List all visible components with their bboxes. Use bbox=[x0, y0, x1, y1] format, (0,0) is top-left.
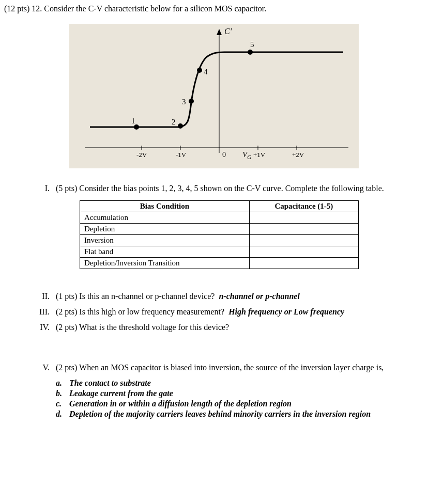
part-I-text: Consider the bias points 1, 2, 3, 4, 5 s… bbox=[79, 184, 384, 193]
option-d: d. Depletion of the majority carriers le… bbox=[56, 410, 424, 419]
part-IV-roman: IV. bbox=[35, 323, 50, 332]
part-V: V. (2 pts) When an MOS capacitor is bias… bbox=[35, 363, 403, 372]
xtick-label-0: 0 bbox=[222, 151, 226, 159]
part-IV-content: (2 pts) What is the threshold voltage fo… bbox=[56, 323, 403, 332]
part-IV: IV. (2 pts) What is the threshold voltag… bbox=[35, 323, 403, 332]
part-V-roman: V. bbox=[35, 363, 50, 372]
part-III-content: (2 pts) Is this high or low frequency me… bbox=[56, 307, 403, 317]
part-II-text: Is this an n-channel or p-channel device… bbox=[79, 292, 215, 301]
option-a-letter: a. bbox=[56, 379, 67, 388]
part-V-options: a. The contact to substrate b. Leakage c… bbox=[56, 379, 424, 419]
xtick-label-n2: -2V bbox=[136, 151, 147, 159]
point-4 bbox=[197, 68, 202, 73]
part-II-pts: (1 pts) bbox=[56, 292, 77, 301]
part-V-pts: (2 pts) bbox=[56, 363, 77, 372]
point-1-label: 1 bbox=[131, 117, 135, 125]
part-III: III. (2 pts) Is this high or low frequen… bbox=[35, 307, 403, 317]
point-5 bbox=[248, 50, 253, 55]
table-row: Flat band bbox=[80, 246, 359, 258]
option-c: c. Generation in or within a diffusion l… bbox=[56, 399, 424, 408]
question-points: (12 pts) 12. bbox=[4, 4, 42, 13]
part-II-roman: II. bbox=[35, 292, 50, 301]
part-III-text: Is this high or low frequency measuremen… bbox=[79, 307, 224, 316]
option-a: a. The contact to substrate bbox=[56, 379, 424, 388]
th-cap: Capacitance (1-5) bbox=[249, 201, 358, 212]
part-II-hint: n-channel or p-channel bbox=[219, 292, 299, 301]
xtick-label-p1: +1V bbox=[253, 151, 266, 159]
part-II-content: (1 pts) Is this an n-channel or p-channe… bbox=[56, 292, 403, 301]
option-b: b. Leakage current from the gate bbox=[56, 389, 424, 398]
point-2 bbox=[178, 123, 183, 129]
cell-transition: Depletion/Inversion Transition bbox=[80, 258, 250, 269]
option-d-letter: d. bbox=[56, 410, 67, 419]
part-III-hint: High frequency or Low frequency bbox=[228, 307, 344, 316]
bias-table: Bias Condition Capacitance (1-5) Accumul… bbox=[80, 200, 359, 269]
cell-depletion: Depletion bbox=[80, 224, 250, 235]
cell-flatband-val bbox=[249, 246, 358, 258]
chart-bg bbox=[69, 24, 359, 168]
cell-accumulation: Accumulation bbox=[80, 212, 250, 224]
part-V-content: (2 pts) When an MOS capacitor is biased … bbox=[56, 363, 403, 372]
point-3 bbox=[189, 99, 194, 104]
part-I-roman: I. bbox=[35, 184, 50, 193]
part-I: I. (5 pts) Consider the bias points 1, 2… bbox=[35, 184, 403, 269]
cell-transition-val bbox=[249, 258, 358, 269]
option-a-text: The contact to substrate bbox=[69, 379, 151, 387]
point-4-label: 4 bbox=[204, 68, 208, 76]
cell-accumulation-val bbox=[249, 212, 358, 224]
th-bias: Bias Condition bbox=[80, 201, 250, 212]
bias-table-container: Bias Condition Capacitance (1-5) Accumul… bbox=[80, 200, 359, 269]
part-IV-pts: (2 pts) bbox=[56, 323, 77, 332]
part-IV-text: What is the threshold voltage for this d… bbox=[79, 323, 229, 332]
part-II: II. (1 pts) Is this an n-channel or p-ch… bbox=[35, 292, 403, 301]
point-1 bbox=[134, 124, 139, 130]
table-row: Accumulation bbox=[80, 212, 359, 224]
cv-chart: C' -2V -1V 0 +1V +2V VG 1 2 3 4 5 bbox=[69, 24, 359, 168]
cell-flatband: Flat band bbox=[80, 246, 250, 258]
option-c-letter: c. bbox=[56, 399, 67, 408]
cv-chart-svg: C' -2V -1V 0 +1V +2V VG 1 2 3 4 5 bbox=[69, 24, 359, 168]
option-d-text: Depletion of the majority carriers leave… bbox=[69, 410, 371, 418]
part-V-text: When an MOS capacitor is biased into inv… bbox=[79, 363, 384, 372]
part-I-content: (5 pts) Consider the bias points 1, 2, 3… bbox=[56, 184, 403, 193]
option-b-letter: b. bbox=[56, 389, 67, 398]
question-header: (12 pts) 12. Consider the C-V characteri… bbox=[4, 4, 424, 13]
table-row: Depletion bbox=[80, 224, 359, 235]
question-text: Consider the C-V characteristic below fo… bbox=[44, 4, 266, 13]
y-axis-label: C' bbox=[224, 27, 232, 36]
option-c-text: Generation in or within a diffusion leng… bbox=[69, 399, 292, 408]
point-2-label: 2 bbox=[172, 118, 176, 126]
part-III-pts: (2 pts) bbox=[56, 307, 77, 316]
part-III-roman: III. bbox=[35, 307, 50, 317]
xtick-label-n1: -1V bbox=[176, 151, 187, 159]
table-row: Inversion bbox=[80, 235, 359, 246]
cell-inversion: Inversion bbox=[80, 235, 250, 246]
point-3-label: 3 bbox=[182, 98, 186, 106]
cell-depletion-val bbox=[249, 224, 358, 235]
option-b-text: Leakage current from the gate bbox=[69, 389, 173, 398]
cell-inversion-val bbox=[249, 235, 358, 246]
xtick-label-p2: +2V bbox=[292, 151, 304, 159]
table-header-row: Bias Condition Capacitance (1-5) bbox=[80, 201, 359, 212]
table-row: Depletion/Inversion Transition bbox=[80, 258, 359, 269]
point-5-label: 5 bbox=[250, 40, 254, 49]
part-I-pts: (5 pts) bbox=[56, 184, 77, 193]
